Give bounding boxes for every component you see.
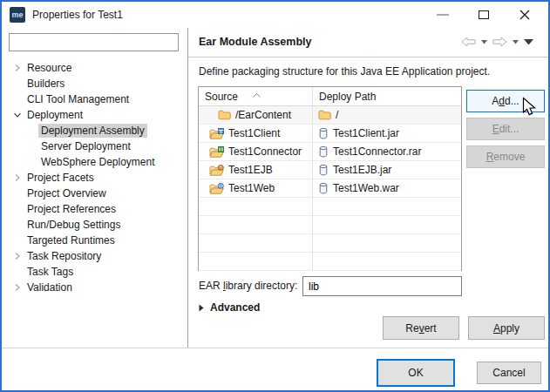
sidebar-item-deployment-assembly[interactable]: Deployment Assembly <box>3 123 186 139</box>
sidebar-item-cli-tool-management[interactable]: CLI Tool Management <box>3 91 186 107</box>
sidebar-item-task-tags[interactable]: Task Tags <box>3 264 186 280</box>
appclient-project-icon <box>209 128 224 139</box>
sidebar-item-label: WebSphere Deployment <box>38 155 158 169</box>
sidebar-item-targeted-runtimes[interactable]: Targeted Runtimes <box>3 233 186 248</box>
cancel-button[interactable]: Cancel <box>477 362 541 384</box>
close-button[interactable] <box>510 2 540 28</box>
deploy-cell: / <box>336 109 338 121</box>
empty-table-row <box>199 216 461 234</box>
source-cell: Test1Web <box>228 182 275 194</box>
app-icon: me <box>10 7 25 23</box>
chevron-right-icon[interactable] <box>10 253 24 260</box>
advanced-expander[interactable]: Advanced <box>199 300 260 315</box>
sidebar-item-deployment[interactable]: Deployment <box>3 107 186 123</box>
column-label: Deploy Path <box>319 91 376 103</box>
column-label: Source <box>205 91 238 103</box>
properties-dialog: me Properties for Test1 Resource Builder… <box>0 0 550 392</box>
chevron-down-icon[interactable] <box>10 112 24 118</box>
column-header-deploy-path[interactable]: Deploy Path <box>313 87 461 105</box>
sidebar-item-label: Project References <box>24 202 119 216</box>
edit-button[interactable]: Edit... <box>466 118 545 140</box>
minimize-icon <box>437 14 449 16</box>
jar-icon <box>318 164 329 176</box>
table-header: Source Deploy Path <box>199 87 461 106</box>
sidebar-item-project-references[interactable]: Project References <box>3 201 186 217</box>
table-row[interactable]: Test1Web Test1Web.war <box>199 179 461 198</box>
expander-collapsed-icon <box>199 304 204 312</box>
jar-icon <box>318 145 329 158</box>
folder-icon <box>318 110 331 120</box>
column-header-source[interactable]: Source <box>199 87 313 105</box>
sidebar-item-validation[interactable]: Validation <box>3 280 186 295</box>
add-button[interactable]: Add... <box>466 90 545 112</box>
empty-table-row <box>199 198 461 216</box>
forward-dropdown-icon[interactable] <box>513 40 519 44</box>
sidebar-item-label: Task Tags <box>24 265 76 279</box>
table-row[interactable]: Test1Client Test1Client.jar <box>199 125 461 143</box>
header-divider <box>188 57 548 57</box>
sidebar-item-server-deployment[interactable]: Server Deployment <box>3 139 186 154</box>
back-dropdown-icon[interactable] <box>481 40 487 44</box>
forward-icon[interactable] <box>492 37 507 47</box>
empty-table-row <box>199 253 461 271</box>
source-cell: Test1EJB <box>228 164 273 176</box>
sidebar-item-label: Task Repository <box>24 249 104 263</box>
footer-divider <box>2 348 548 348</box>
sidebar-item-label: Run/Debug Settings <box>24 218 123 232</box>
assembly-table: Source Deploy Path /EarContent / <box>198 86 462 271</box>
filter-input[interactable] <box>9 33 179 51</box>
maximize-icon <box>479 10 489 19</box>
source-cell: Test1Client <box>228 127 280 139</box>
sidebar-item-label: Project Facets <box>24 171 97 185</box>
chevron-right-icon[interactable] <box>10 174 24 181</box>
page-navigation <box>461 35 545 49</box>
properties-tree: Resource Builders CLI Tool Management De… <box>3 60 186 295</box>
remove-button[interactable]: Remove <box>466 145 545 168</box>
chevron-right-icon[interactable] <box>10 64 24 71</box>
panel-divider <box>187 28 188 348</box>
deploy-cell: Test1EJB.jar <box>333 164 391 176</box>
sidebar-item-label: Server Deployment <box>38 139 133 153</box>
sidebar-item-task-repository[interactable]: Task Repository <box>3 248 186 264</box>
page-title: Ear Module Assembly <box>199 28 311 57</box>
ear-library-directory-label: EAR library directory: <box>199 276 297 296</box>
sidebar-item-label: Deployment Assembly <box>38 124 147 138</box>
web-project-icon <box>209 183 224 194</box>
sidebar-item-label: Builders <box>24 77 67 91</box>
sidebar-item-run-debug-settings[interactable]: Run/Debug Settings <box>3 217 186 233</box>
empty-table-row <box>199 234 461 253</box>
apply-button[interactable]: Apply <box>468 316 545 340</box>
title-bar: me Properties for Test1 <box>2 2 548 28</box>
sidebar-item-resource[interactable]: Resource <box>3 60 186 76</box>
deploy-cell: Test1Connector.rar <box>333 145 421 158</box>
advanced-label: Advanced <box>210 301 260 314</box>
sidebar-item-project-facets[interactable]: Project Facets <box>3 170 186 186</box>
view-menu-icon[interactable] <box>524 39 533 45</box>
sidebar-item-project-overview[interactable]: Project Overview <box>3 186 186 201</box>
ok-button[interactable]: OK <box>377 359 455 387</box>
sidebar-item-label: Validation <box>24 280 75 294</box>
table-row[interactable]: Test1Connector Test1Connector.rar <box>199 143 461 161</box>
sort-ascending-icon <box>253 88 261 100</box>
ejb-project-icon <box>209 165 224 176</box>
minimize-button[interactable] <box>428 2 458 28</box>
table-row[interactable]: Test1EJB Test1EJB.jar <box>199 161 461 179</box>
sidebar-item-websphere-deployment[interactable]: WebSphere Deployment <box>3 154 186 170</box>
connector-project-icon <box>209 146 224 158</box>
revert-button[interactable]: Revert <box>383 316 459 340</box>
back-icon[interactable] <box>461 37 476 47</box>
source-cell: Test1Connector <box>228 145 302 158</box>
sidebar-item-label: Deployment <box>24 108 85 122</box>
sidebar-item-label: Targeted Runtimes <box>24 233 118 247</box>
sidebar-item-builders[interactable]: Builders <box>3 76 186 91</box>
source-cell: /EarContent <box>235 109 291 121</box>
chevron-right-icon[interactable] <box>10 284 24 291</box>
jar-icon <box>318 182 329 194</box>
maximize-button[interactable] <box>469 2 499 28</box>
page-description: Define packaging structure for this Java… <box>199 64 490 78</box>
ear-library-directory-input[interactable] <box>302 276 462 296</box>
window-title: Properties for Test1 <box>32 2 123 28</box>
deploy-cell: Test1Web.war <box>333 182 399 194</box>
close-icon <box>519 10 530 20</box>
table-row[interactable]: /EarContent / <box>199 106 461 125</box>
